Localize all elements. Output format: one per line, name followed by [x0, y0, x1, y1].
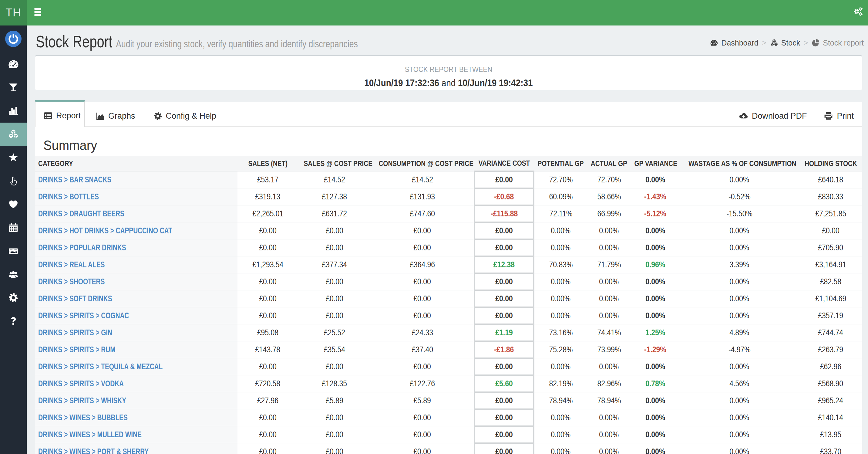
category-link[interactable]: DRINKS > SPIRITS > VODKA — [38, 379, 124, 389]
sidebar-item-bar-chart[interactable] — [0, 99, 27, 123]
sidebar-item-martini-glass[interactable] — [0, 76, 27, 99]
category-link[interactable]: DRINKS > WINES > BUBBLES — [38, 413, 128, 422]
cell-actual-gp: 0.00% — [599, 430, 619, 440]
calendar-icon — [8, 222, 19, 233]
cell-sales-at-cost-cell: £0.00 — [298, 239, 371, 256]
brand-logo[interactable]: TH — [0, 0, 27, 26]
panel-body: Summary CATEGORYSALES (NET)SALES @ COST … — [35, 138, 862, 454]
cell-holding-stock-cell: £357.19 — [799, 307, 862, 324]
table-row: DRINKS > BOTTLES£319.13£127.38£131.93-£0… — [35, 188, 862, 205]
category-link[interactable]: DRINKS > SPIRITS > COGNAC — [38, 311, 129, 321]
column-header: WASTAGE AS % OF CONSUMPTION — [688, 159, 796, 168]
power-logo-icon[interactable] — [5, 31, 22, 47]
cell-actual-gp: 72.70% — [597, 175, 621, 184]
cell-potential-gp-cell: 0.00% — [534, 409, 587, 426]
tab-config-help[interactable]: Config & Help — [144, 102, 226, 126]
cell-potential-gp-cell: 0.00% — [534, 443, 587, 454]
cell-wastage-cell: 0.00% — [680, 171, 799, 188]
category-link[interactable]: DRINKS > WINES > MULLED WINE — [38, 430, 142, 440]
cell-sales-at-cost-cell: £5.89 — [298, 392, 371, 409]
category-cell: DRINKS > HOT DRINKS > CAPPUCCINO CAT — [35, 222, 238, 239]
sidebar-item-users[interactable] — [0, 263, 27, 286]
cell-holding-stock: £830.33 — [818, 192, 843, 202]
sidebar-item-star[interactable] — [0, 146, 27, 169]
cell-sales-at-cost-cell: £0.00 — [298, 222, 371, 239]
cell-sales-net-cell: £27.96 — [238, 392, 298, 409]
cell-wastage-cell: 0.00% — [680, 426, 799, 443]
cell-consumption-at-cost-cell: £364.96 — [371, 256, 474, 273]
cloud-download-icon — [739, 111, 748, 121]
category-link[interactable]: DRINKS > DRAUGHT BEERS — [38, 209, 124, 218]
breadcrumb-item[interactable]: Stock — [770, 38, 800, 47]
category-link[interactable]: DRINKS > BAR SNACKS — [38, 175, 111, 184]
category-link[interactable]: DRINKS > SHOOTERS — [38, 277, 105, 286]
cell-variance-cost-cell: £0.00 — [474, 290, 534, 307]
cell-wastage-cell: 3.39% — [680, 256, 799, 273]
tab-graphs[interactable]: Graphs — [87, 102, 144, 126]
cell-consumption-at-cost: £24.33 — [411, 328, 433, 337]
category-link[interactable]: DRINKS > SPIRITS > GIN — [38, 328, 112, 337]
cell-sales-net-cell: £0.00 — [238, 426, 298, 443]
table-row: DRINKS > SPIRITS > TEQUILA & MEZCAL£0.00… — [35, 358, 862, 375]
cell-holding-stock: £33.70 — [820, 447, 841, 454]
report-panel: Report Graphs Config & Help Download PDF… — [35, 102, 862, 454]
breadcrumb-item[interactable]: Dashboard — [710, 38, 758, 47]
column-header-cell: GP VARIANCE — [631, 156, 680, 171]
download-pdf-button[interactable]: Download PDF — [730, 102, 815, 126]
table-row: DRINKS > REAL ALES£1,293.54£377.34£364.9… — [35, 256, 862, 273]
cell-holding-stock: £3,164.91 — [815, 260, 846, 270]
cell-holding-stock-cell: £965.24 — [799, 392, 862, 409]
category-link[interactable]: DRINKS > WINES > PORT & SHERRY — [38, 447, 149, 454]
cell-wastage-cell: 0.00% — [680, 290, 799, 307]
cell-variance-cost: -£115.88 — [490, 209, 518, 218]
cogs-icon[interactable] — [854, 7, 863, 16]
category-cell: DRINKS > WINES > MULLED WINE — [35, 426, 238, 443]
sidebar-item-gear[interactable] — [0, 286, 27, 309]
martini-glass-icon — [8, 82, 19, 93]
category-link[interactable]: DRINKS > SOFT DRINKS — [38, 294, 112, 303]
cell-sales-at-cost-cell: £377.34 — [298, 256, 371, 273]
cell-wastage-cell: 0.00% — [680, 222, 799, 239]
column-header-cell: VARIANCE COST — [474, 156, 534, 171]
sidebar-item-question[interactable] — [0, 309, 27, 333]
cell-gp-variance: 0.00% — [645, 175, 665, 184]
tab-report[interactable]: Report — [35, 100, 85, 127]
cell-consumption-at-cost-cell: £0.00 — [371, 222, 474, 239]
sidebar-item-tachometer[interactable] — [0, 53, 27, 76]
menu-bars-icon[interactable] — [34, 8, 41, 16]
page-subtitle: Audit your existing stock, verify quanti… — [116, 38, 358, 49]
category-link[interactable]: DRINKS > REAL ALES — [38, 260, 105, 270]
column-header-cell: CONSUMPTION @ COST PRICE — [371, 156, 474, 171]
sidebar-item-hand-pointer[interactable] — [0, 169, 27, 193]
category-link[interactable]: DRINKS > HOT DRINKS > CAPPUCCINO CAT — [38, 226, 172, 236]
sidebar-item-heart[interactable] — [0, 193, 27, 216]
category-link[interactable]: DRINKS > SPIRITS > WHISKY — [38, 396, 126, 405]
sidebar-item-cubes[interactable] — [0, 123, 27, 146]
category-link[interactable]: DRINKS > SPIRITS > RUM — [38, 345, 115, 355]
cell-wastage: 3.39% — [730, 260, 749, 270]
table-row: DRINKS > SOFT DRINKS£0.00£0.00£0.00£0.00… — [35, 290, 862, 307]
cubes-icon — [8, 129, 19, 139]
cell-actual-gp-cell: 73.99% — [587, 341, 631, 358]
breadcrumb-label: Dashboard — [721, 38, 758, 47]
sidebar-item-calendar[interactable] — [0, 216, 27, 239]
category-link[interactable]: DRINKS > POPULAR DRINKS — [38, 243, 126, 252]
page-title-block: Stock ReportAudit your existing stock, v… — [36, 31, 358, 51]
cell-consumption-at-cost-cell: £5.89 — [371, 392, 474, 409]
category-link[interactable]: DRINKS > BOTTLES — [38, 192, 99, 202]
cell-actual-gp-cell: 82.96% — [587, 375, 631, 392]
report-period-label: STOCK REPORT BETWEEN — [68, 65, 829, 74]
cell-consumption-at-cost: £0.00 — [414, 226, 431, 236]
sidebar-item-keyboard[interactable] — [0, 239, 27, 263]
cell-wastage-cell: 0.00% — [680, 358, 799, 375]
heart-icon — [8, 199, 19, 209]
breadcrumb: Dashboard>Stock>Stock report — [710, 38, 864, 47]
cell-sales-net-cell: £143.78 — [238, 341, 298, 358]
print-button[interactable]: Print — [815, 102, 862, 126]
cell-consumption-at-cost-cell: £24.33 — [371, 324, 474, 341]
cell-gp-variance-cell: 0.00% — [631, 409, 680, 426]
category-link[interactable]: DRINKS > SPIRITS > TEQUILA & MEZCAL — [38, 362, 162, 371]
period-conjunction: and — [442, 78, 456, 88]
cell-variance-cost-cell: £0.00 — [474, 443, 534, 454]
gear-icon — [153, 112, 162, 120]
